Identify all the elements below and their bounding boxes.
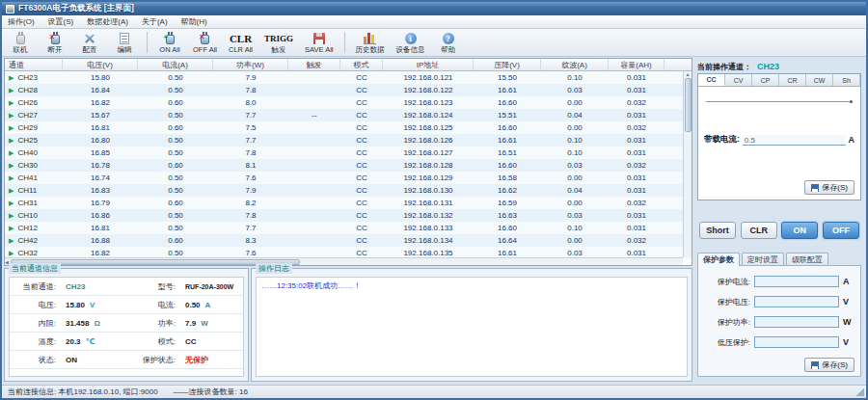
table-cell	[288, 184, 340, 197]
edit-button[interactable]: 编辑	[110, 30, 139, 55]
table-row[interactable]: ▶CH2715.670.507.7--CC192.168.0.12415.510…	[5, 109, 692, 121]
table-row[interactable]: ▶CH2916.810.607.5CC192.168.0.12516.600.0…	[5, 121, 692, 134]
table-row[interactable]: ▶CH2616.820.608.0CC192.168.0.12316.600.0…	[5, 96, 692, 109]
device-info-button[interactable]: i 设备信息	[393, 30, 428, 55]
connect-button[interactable]: 联机	[6, 30, 35, 55]
table-cell: 16.83	[63, 184, 138, 197]
tab-cc[interactable]: CC	[698, 74, 725, 86]
off-button[interactable]: OFF	[823, 222, 859, 239]
table-row[interactable]: ▶CH4116.740.507.6CC192.168.0.12916.580.0…	[5, 172, 692, 184]
table-cell: 0.50	[138, 222, 213, 234]
field-label: 电压:	[10, 296, 60, 314]
row-play-icon: ▶	[9, 225, 14, 231]
short-button[interactable]: Short	[699, 222, 736, 239]
tab-cp[interactable]: CP	[752, 74, 779, 86]
col-header-ip[interactable]: IP地址	[383, 59, 474, 70]
row-play-icon: ▶	[9, 187, 14, 194]
table-cell	[288, 147, 340, 159]
tab-sh[interactable]: Sh	[833, 74, 860, 86]
table-cell: 16.81	[63, 222, 138, 234]
table-cell: 0.031	[609, 222, 665, 234]
load-current-input[interactable]: 0.5	[743, 135, 846, 146]
on-all-button[interactable]: + ON All	[155, 30, 184, 55]
menu-operate[interactable]: 操作(O)	[8, 16, 35, 27]
clr-all-button[interactable]: CLR CLR All	[226, 30, 256, 55]
slider-track[interactable]	[706, 101, 851, 102]
table-cell: 16.88	[63, 234, 138, 247]
protection-power-input[interactable]	[754, 316, 839, 328]
table-cell: 192.168.0.122	[383, 84, 474, 96]
table-row[interactable]: ▶CH2816.840.507.8CC192.168.0.12216.610.0…	[5, 84, 692, 96]
operate-channel-header: 当前操作通道： CH23	[697, 60, 861, 73]
history-icon	[364, 33, 376, 44]
off-all-button[interactable]: ✕ OFF All	[190, 30, 220, 55]
table-cell: 192.168.0.121	[383, 71, 474, 84]
table-row[interactable]: ▶CH4216.880.608.3CC192.168.0.13416.640.0…	[5, 234, 692, 247]
protection-save-button[interactable]: 保存(S)	[804, 358, 854, 372]
help-button[interactable]: ? 帮助	[434, 30, 463, 55]
table-row[interactable]: ▶CH2315.800.507.9CC192.168.0.12115.500.1…	[5, 71, 692, 84]
row-play-icon: ▶	[9, 137, 14, 144]
table-cell: ▶CH40	[5, 147, 63, 159]
tab-timer-settings[interactable]: 定时设置	[742, 253, 784, 266]
col-header-mode[interactable]: 模式	[340, 59, 383, 70]
tab-cv[interactable]: CV	[725, 74, 752, 86]
config-button[interactable]: 配置	[75, 30, 104, 55]
table-row[interactable]: ▶CH3016.780.608.1CC192.168.0.12816.600.0…	[5, 159, 692, 172]
table-cell: 16.59	[474, 197, 541, 209]
disconnect-button[interactable]: ✕ 断开	[41, 30, 69, 55]
col-header-power[interactable]: 功率(W)	[213, 59, 288, 70]
table-row[interactable]: ▶CH1116.830.507.9CC192.168.0.13016.620.0…	[5, 184, 692, 197]
tab-cw[interactable]: CW	[806, 74, 833, 86]
tab-cascade-config[interactable]: 级联配置	[786, 253, 828, 266]
save-all-button[interactable]: SAVE All	[302, 30, 336, 55]
table-row[interactable]: ▶CH2516.800.507.7CC192.168.0.12616.610.1…	[5, 134, 692, 147]
scrollbar-thumb[interactable]	[685, 78, 692, 132]
col-header-current[interactable]: 电流(A)	[138, 59, 213, 70]
col-header-channel[interactable]: 通道	[5, 59, 63, 70]
table-cell: ▶CH30	[5, 159, 63, 172]
table-cell: 0.03	[541, 209, 609, 222]
table-cell: 192.168.0.129	[383, 172, 474, 184]
undervoltage-protection-input[interactable]	[754, 336, 839, 348]
table-row[interactable]: ▶CH4016.850.507.8CC192.168.0.12716.510.1…	[5, 147, 692, 159]
menu-help[interactable]: 帮助(H)	[181, 16, 207, 27]
protection-voltage-input[interactable]	[754, 296, 839, 307]
channel-info-title: 当前通道信息	[9, 263, 61, 274]
col-header-capacity[interactable]: 容量(AH)	[609, 59, 665, 70]
table-vertical-scrollbar[interactable]: ▲	[683, 71, 692, 257]
table-row[interactable]: ▶CH3116.790.608.2CC192.168.0.13116.590.0…	[5, 197, 692, 209]
menu-data-processing[interactable]: 数据处理(A)	[87, 16, 128, 27]
tab-protection-params[interactable]: 保护参数	[697, 253, 740, 266]
on-button[interactable]: ON	[781, 222, 818, 239]
table-cell: CC	[340, 234, 383, 247]
trigger-button[interactable]: TRIGG 触发	[261, 30, 296, 55]
history-data-button[interactable]: 历史数据	[353, 30, 388, 55]
col-header-voltage[interactable]: 电压(V)	[63, 59, 138, 70]
table-row[interactable]: ▶CH1216.810.507.7CC192.168.0.13316.600.1…	[5, 222, 692, 234]
protection-power-row: 保护功率: W	[700, 316, 854, 328]
toolbar-separator	[344, 32, 345, 53]
col-header-trigger[interactable]: 触发	[288, 59, 340, 70]
resistance-value: 31.458Ω	[60, 314, 129, 333]
menu-about[interactable]: 关于(A)	[142, 16, 168, 27]
row-play-icon: ▶	[9, 162, 14, 169]
table-cell: ▶CH27	[5, 109, 63, 121]
tab-cr[interactable]: CR	[779, 74, 806, 86]
table-horizontal-scrollbar[interactable]: ◀	[5, 257, 683, 265]
table-cell: 192.168.0.130	[383, 184, 474, 197]
channel-table: 通道 电压(V) 电流(A) 功率(W) 触发 模式 IP地址 压降(V) 纹波…	[4, 58, 692, 266]
col-header-vdrop[interactable]: 压降(V)	[474, 59, 541, 70]
clr-button[interactable]: CLR	[741, 222, 777, 239]
table-cell: ▶CH11	[5, 184, 63, 197]
col-header-ripple[interactable]: 纹波(A)	[541, 59, 609, 70]
table-row[interactable]: ▶CH1016.860.507.8CC192.168.0.13216.630.0…	[5, 209, 692, 222]
save-all-icon	[313, 33, 325, 44]
table-cell: 15.80	[63, 71, 138, 84]
load-current-label: 带载电流:	[704, 134, 740, 146]
status-bar: 当前连接信息: 本机192.168.0.10, 端口:9000 ——连接设备数量…	[2, 385, 866, 398]
protection-current-input[interactable]	[754, 276, 839, 287]
mode-save-button[interactable]: 保存(S)	[804, 180, 854, 195]
menu-settings[interactable]: 设置(S)	[48, 16, 74, 27]
resize-grip[interactable]	[856, 388, 864, 396]
